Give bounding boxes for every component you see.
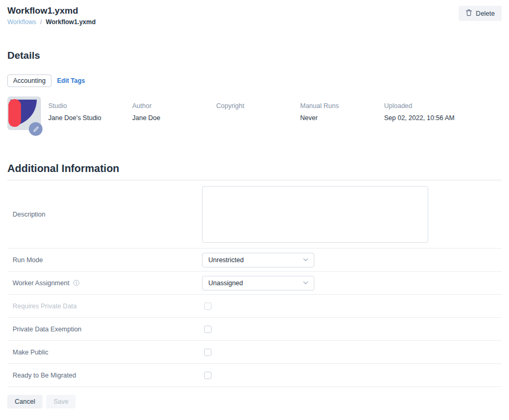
workflow-icon <box>7 96 41 130</box>
field-label: Manual Runs <box>300 102 384 110</box>
requires-private-data-checkbox <box>204 303 211 310</box>
ready-to-be-migrated-checkbox[interactable] <box>204 372 211 379</box>
delete-button-label: Delete <box>476 10 495 17</box>
worker-assignment-label-text: Worker Assignment <box>13 279 69 287</box>
run-mode-row: Run Mode Unrestricted <box>7 249 502 272</box>
worker-assignment-value: Unassigned <box>208 279 243 287</box>
breadcrumb-current: Workflow1.yxmd <box>46 18 96 26</box>
make-public-row: Make Public <box>7 341 502 364</box>
tag-row: Accounting Edit Tags <box>7 74 502 87</box>
run-mode-value: Unrestricted <box>208 256 243 264</box>
workflow-info-row: Studio Jane Doe's Studio Author Jane Doe… <box>7 96 502 130</box>
workflow-details-page: Workflow1.yxmd Workflows / Workflow1.yxm… <box>0 0 509 414</box>
field-copyright: Copyright <box>216 96 300 130</box>
description-row: Description <box>7 180 502 249</box>
private-data-exemption-checkbox[interactable] <box>204 326 211 333</box>
field-label: Author <box>132 102 216 110</box>
requires-private-data-row: Requires Private Data <box>7 295 502 318</box>
worker-assignment-select[interactable]: Unassigned <box>202 276 314 290</box>
field-label: Copyright <box>216 102 300 110</box>
field-value: Never <box>300 114 384 122</box>
save-button: Save <box>46 395 76 408</box>
delete-button[interactable]: Delete <box>459 6 502 21</box>
info-circle-icon <box>73 279 80 286</box>
ready-to-be-migrated-row: Ready to Be Migrated <box>7 364 502 387</box>
run-mode-label: Run Mode <box>7 256 202 264</box>
breadcrumb-workflows-link[interactable]: Workflows <box>7 18 36 26</box>
make-public-checkbox[interactable] <box>204 349 211 356</box>
field-author: Author Jane Doe <box>132 96 216 130</box>
field-uploaded: Uploaded Sep 02, 2022, 10:56 AM <box>384 96 468 130</box>
worker-assignment-row: Worker Assignment Unassigned <box>7 272 502 295</box>
details-section: Details Accounting Edit Tags Studio <box>7 50 502 130</box>
chevron-down-icon <box>303 258 309 262</box>
breadcrumb: Workflows / Workflow1.yxmd <box>7 18 96 26</box>
details-heading: Details <box>7 50 502 61</box>
field-value: Jane Doe <box>132 114 216 122</box>
worker-assignment-label: Worker Assignment <box>7 279 202 287</box>
tag-chip: Accounting <box>7 74 51 87</box>
field-value: Sep 02, 2022, 10:56 AM <box>384 114 468 122</box>
description-label: Description <box>7 211 202 218</box>
page-header: Workflow1.yxmd Workflows / Workflow1.yxm… <box>7 5 502 26</box>
edit-icon-button[interactable] <box>29 122 43 136</box>
description-textarea[interactable] <box>202 186 428 243</box>
field-value <box>216 114 300 122</box>
requires-private-data-label: Requires Private Data <box>7 303 202 310</box>
cancel-button[interactable]: Cancel <box>7 395 43 408</box>
chevron-down-icon <box>303 281 309 285</box>
page-title: Workflow1.yxmd <box>7 5 96 16</box>
form-actions: Cancel Save <box>7 395 502 414</box>
trash-icon <box>465 9 472 18</box>
field-value: Jane Doe's Studio <box>48 114 132 122</box>
private-data-exemption-label: Private Data Exemption <box>7 326 202 333</box>
breadcrumb-separator: / <box>40 18 41 26</box>
additional-information-section: Additional Information Description Run M… <box>7 163 502 414</box>
field-studio: Studio Jane Doe's Studio <box>48 96 132 130</box>
make-public-label: Make Public <box>7 349 202 356</box>
pencil-icon <box>32 125 40 133</box>
private-data-exemption-row: Private Data Exemption <box>7 318 502 341</box>
additional-info-form: Description Run Mode Unrestricted <box>7 180 502 387</box>
additional-info-heading: Additional Information <box>7 163 502 175</box>
ready-to-be-migrated-label: Ready to Be Migrated <box>7 372 202 379</box>
field-label: Uploaded <box>384 102 468 110</box>
field-manual-runs: Manual Runs Never <box>300 96 384 130</box>
field-label: Studio <box>48 102 132 110</box>
run-mode-select[interactable]: Unrestricted <box>202 253 314 267</box>
edit-tags-link[interactable]: Edit Tags <box>57 77 85 84</box>
title-block: Workflow1.yxmd Workflows / Workflow1.yxm… <box>7 5 96 26</box>
